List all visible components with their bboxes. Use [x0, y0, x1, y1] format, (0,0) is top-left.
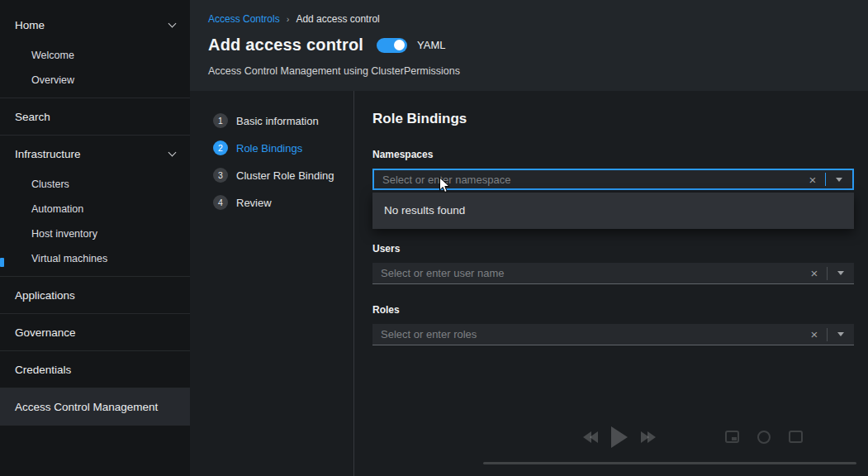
sidebar-item-virtual-machines-label: Virtual machines	[31, 253, 107, 264]
wizard-step-basic-information[interactable]: 1 Basic information	[213, 113, 353, 128]
roles-combo-wrap: ×	[372, 324, 854, 345]
sidebar-item-access-control-management[interactable]: Access Control Management	[0, 388, 190, 425]
roles-input[interactable]	[372, 328, 802, 340]
sidebar-item-overview[interactable]: Overview	[0, 68, 190, 93]
fullscreen-icon[interactable]	[789, 431, 803, 443]
caret-down-icon[interactable]	[828, 332, 854, 336]
step-label-review: Review	[236, 197, 272, 209]
sidebar-item-search-label: Search	[15, 111, 50, 123]
step-label-basic-information: Basic information	[236, 115, 319, 127]
sidebar-item-host-inventory-label: Host inventory	[31, 228, 97, 240]
toggle-knob	[394, 40, 405, 50]
form-heading: Role Bindings	[372, 111, 854, 127]
sidebar: Home Welcome Overview Search Infrastruct…	[0, 0, 190, 476]
step-number-2: 2	[213, 140, 228, 155]
sidebar-item-applications-label: Applications	[15, 289, 75, 302]
step-label-role-bindings: Role Bindings	[236, 142, 302, 155]
clear-icon[interactable]: ×	[802, 328, 827, 340]
breadcrumb-separator-icon: ›	[287, 14, 290, 24]
users-combobox[interactable]: ×	[372, 263, 854, 284]
sidebar-item-home[interactable]: Home	[0, 7, 190, 43]
clear-icon[interactable]: ×	[800, 174, 825, 186]
sidebar-item-overview-label: Overview	[31, 74, 74, 86]
title-row: Add access control YAML	[208, 36, 848, 55]
page-title: Add access control	[208, 36, 363, 55]
sidebar-item-governance[interactable]: Governance	[0, 314, 190, 350]
player-right-controls	[725, 431, 803, 444]
sidebar-group-access-control: Access Control Management	[0, 388, 190, 426]
player-center-controls	[583, 426, 656, 448]
sidebar-group-home: Home Welcome Overview	[0, 7, 190, 98]
play-icon[interactable]	[611, 426, 628, 448]
roles-label: Roles	[372, 304, 854, 316]
users-input[interactable]	[372, 267, 802, 279]
no-results-message: No results found	[372, 202, 854, 219]
player-progress-bar[interactable]	[483, 462, 856, 464]
roles-combobox[interactable]: ×	[372, 324, 854, 345]
namespaces-dropdown: No results found	[372, 193, 854, 229]
sidebar-item-virtual-machines[interactable]: Virtual machines	[0, 246, 190, 271]
caret-down-icon[interactable]	[826, 178, 852, 182]
yaml-toggle[interactable]	[377, 38, 407, 53]
sidebar-item-applications[interactable]: Applications	[0, 277, 190, 313]
field-roles: Roles ×	[372, 304, 854, 345]
sidebar-item-home-label: Home	[15, 19, 45, 31]
sidebar-item-host-inventory[interactable]: Host inventory	[0, 221, 190, 246]
settings-icon[interactable]	[757, 431, 771, 444]
sidebar-item-credentials-label: Credentials	[15, 364, 71, 376]
main-panel: Access Controls › Add access control Add…	[190, 0, 868, 476]
wizard-nav: 1 Basic information 2 Role Bindings 3 Cl…	[190, 91, 354, 476]
sidebar-group-infrastructure: Infrastructure Clusters Automation Host …	[0, 136, 190, 277]
step-number-1: 1	[213, 113, 228, 128]
sidebar-item-search[interactable]: Search	[0, 98, 190, 135]
breadcrumb-link-access-controls[interactable]: Access Controls	[208, 13, 280, 25]
left-edge-blue-marker	[0, 258, 4, 267]
sidebar-item-infrastructure[interactable]: Infrastructure	[0, 136, 190, 172]
wizard-step-cluster-role-binding[interactable]: 3 Cluster Role Binding	[213, 168, 353, 183]
step-number-4: 4	[213, 195, 228, 210]
page-subtitle: Access Control Management using ClusterP…	[208, 65, 848, 77]
namespaces-label: Namespaces	[372, 149, 854, 160]
breadcrumb-current: Add access control	[296, 13, 379, 25]
caret-down-icon[interactable]	[828, 271, 854, 275]
sidebar-group-applications: Applications	[0, 277, 190, 314]
sidebar-item-credentials[interactable]: Credentials	[0, 351, 190, 388]
sidebar-item-governance-label: Governance	[15, 326, 76, 339]
clear-icon[interactable]: ×	[802, 267, 827, 279]
picture-in-picture-icon[interactable]	[725, 431, 739, 443]
sidebar-item-automation-label: Automation	[31, 203, 83, 215]
sidebar-group-credentials: Credentials	[0, 351, 190, 388]
users-combo-wrap: ×	[372, 263, 854, 284]
fast-forward-icon[interactable]	[641, 431, 656, 443]
chevron-down-icon	[168, 148, 177, 156]
users-label: Users	[372, 243, 854, 255]
page-header: Access Controls › Add access control Add…	[190, 0, 868, 91]
rewind-icon[interactable]	[583, 431, 598, 443]
sidebar-item-clusters[interactable]: Clusters	[0, 172, 190, 197]
sidebar-group-search: Search	[0, 98, 190, 136]
sidebar-item-welcome[interactable]: Welcome	[0, 43, 190, 68]
mouse-cursor	[439, 177, 451, 194]
app-window: Home Welcome Overview Search Infrastruct…	[0, 0, 868, 476]
sidebar-item-automation[interactable]: Automation	[0, 197, 190, 221]
form-panel: Role Bindings Namespaces × No results fo…	[354, 91, 868, 476]
wizard-step-role-bindings[interactable]: 2 Role Bindings	[213, 140, 353, 155]
field-users: Users ×	[372, 243, 854, 284]
sidebar-item-access-control-management-label: Access Control Management	[15, 401, 158, 413]
page-body: 1 Basic information 2 Role Bindings 3 Cl…	[190, 91, 868, 476]
yaml-toggle-label: YAML	[417, 39, 445, 51]
sidebar-item-clusters-label: Clusters	[31, 178, 69, 190]
step-label-cluster-role-binding: Cluster Role Binding	[236, 169, 334, 182]
chevron-down-icon	[168, 19, 177, 27]
sidebar-item-infrastructure-label: Infrastructure	[15, 148, 81, 160]
step-number-3: 3	[213, 168, 228, 183]
breadcrumb: Access Controls › Add access control	[208, 13, 848, 25]
sidebar-item-welcome-label: Welcome	[31, 50, 74, 61]
sidebar-group-governance: Governance	[0, 314, 190, 351]
wizard-step-review[interactable]: 4 Review	[213, 195, 353, 210]
